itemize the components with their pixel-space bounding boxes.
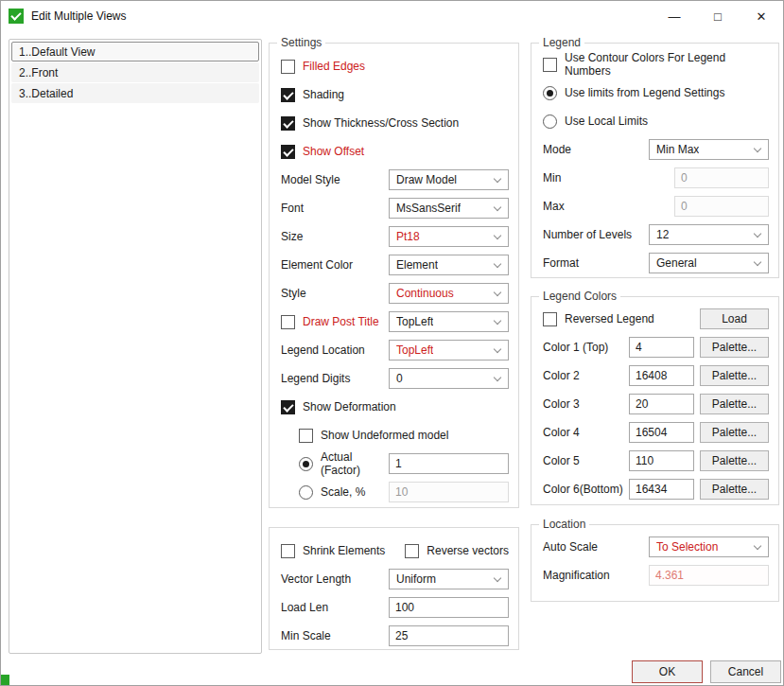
cancel-button[interactable]: Cancel <box>710 660 781 683</box>
palette-button[interactable]: Palette... <box>700 479 769 500</box>
maximize-button[interactable]: □ <box>696 1 740 31</box>
format-value: General <box>656 256 697 270</box>
mode-select[interactable]: Min Max <box>649 139 769 160</box>
format-select[interactable]: General <box>649 253 769 273</box>
ok-button[interactable]: OK <box>632 660 703 683</box>
model-style-value: Draw Model <box>396 173 457 186</box>
draw-post-title-select[interactable]: TopLeft <box>389 311 509 332</box>
color-2-row: Color 2 Palette... <box>543 361 769 390</box>
scale-percent-radio[interactable] <box>299 485 313 500</box>
contour-colors-checkbox[interactable]: Use Contour Colors For Legend Numbers <box>543 51 769 78</box>
checkbox-box-icon <box>281 315 295 329</box>
title-bar: Edit Multiple Views — □ ✕ <box>1 1 783 31</box>
show-offset-checkbox[interactable]: Show Offset <box>281 145 364 159</box>
show-deformation-label: Show Deformation <box>303 400 396 413</box>
color-3-input[interactable] <box>629 394 694 414</box>
local-limits-radio[interactable] <box>543 114 557 129</box>
style-select[interactable]: Continuous <box>389 283 509 304</box>
legend-location-row: Legend Location TopLeft <box>281 336 509 364</box>
legend-digits-select[interactable]: 0 <box>389 368 509 389</box>
minimize-button[interactable]: — <box>653 1 696 31</box>
views-listbox: 1..Default View 2..Front 3..Detailed <box>9 39 262 654</box>
color-1-input[interactable] <box>629 337 694 358</box>
min-row: Min <box>543 164 769 192</box>
load-len-input[interactable] <box>389 597 509 618</box>
window-title: Edit Multiple Views <box>31 9 127 23</box>
checkbox-box-icon <box>299 429 313 443</box>
levels-row: Number of Levels 12 <box>543 220 769 249</box>
palette-button[interactable]: Palette... <box>700 337 769 358</box>
min-input <box>674 167 769 188</box>
reverse-vectors-checkbox[interactable]: Reverse vectors <box>405 544 509 558</box>
color-6-row: Color 6(Bottom) Palette... <box>543 475 769 503</box>
show-deformation-row: Show Deformation <box>281 393 509 421</box>
element-color-label: Element Color <box>281 258 353 272</box>
close-button[interactable]: ✕ <box>740 1 783 31</box>
show-undeformed-checkbox[interactable]: Show Undeformed model <box>299 429 448 443</box>
chevron-down-icon <box>754 230 761 237</box>
auto-scale-select[interactable]: To Selection <box>649 536 769 557</box>
auto-scale-label: Auto Scale <box>543 540 598 554</box>
min-scale-row: Min Scale <box>281 622 509 650</box>
show-undeformed-label: Show Undeformed model <box>321 429 448 442</box>
levels-label: Number of Levels <box>543 228 632 241</box>
legend-digits-value: 0 <box>396 372 403 385</box>
draw-post-title-checkbox[interactable]: Draw Post Title <box>281 315 379 329</box>
palette-button[interactable]: Palette... <box>700 365 769 386</box>
font-select[interactable]: MsSansSerif <box>389 198 509 219</box>
list-item-front[interactable]: 2..Front <box>11 62 259 82</box>
show-offset-row: Show Offset <box>281 137 509 166</box>
palette-button[interactable]: Palette... <box>700 394 769 414</box>
color-5-row: Color 5 Palette... <box>543 447 769 475</box>
color-5-input[interactable] <box>629 450 694 471</box>
model-style-label: Model Style <box>281 173 340 186</box>
legend-digits-label: Legend Digits <box>281 372 350 385</box>
filled-edges-checkbox[interactable]: Filled Edges <box>281 60 365 74</box>
scale-percent-input <box>389 482 509 502</box>
list-item-default-view[interactable]: 1..Default View <box>11 42 259 62</box>
palette-button[interactable]: Palette... <box>700 450 769 471</box>
levels-select[interactable]: 12 <box>649 224 769 245</box>
element-color-select[interactable]: Element <box>389 255 509 275</box>
min-scale-input[interactable] <box>389 625 509 646</box>
model-style-select[interactable]: Draw Model <box>389 169 509 190</box>
levels-value: 12 <box>656 228 669 241</box>
style-row: Style Continuous <box>281 279 509 308</box>
actual-factor-input[interactable] <box>389 453 509 474</box>
color-6-input[interactable] <box>629 479 694 500</box>
font-value: MsSansSerif <box>396 202 461 215</box>
mode-row: Mode Min Max <box>543 135 769 164</box>
local-limits-label: Use Local Limits <box>565 114 648 128</box>
actual-factor-radio[interactable] <box>299 457 313 471</box>
size-select[interactable]: Pt18 <box>389 226 509 247</box>
vector-length-select[interactable]: Uniform <box>389 569 509 589</box>
legend-location-select[interactable]: TopLeft <box>389 340 509 361</box>
magnification-label: Magnification <box>543 569 610 582</box>
chevron-down-icon <box>494 232 501 239</box>
chevron-down-icon <box>494 374 501 381</box>
limits-from-settings-radio[interactable] <box>543 86 557 100</box>
element-color-row: Element Color Element <box>281 251 509 279</box>
load-button[interactable]: Load <box>700 308 769 329</box>
color-4-input[interactable] <box>629 422 694 443</box>
max-row: Max <box>543 192 769 220</box>
checkbox-box-icon <box>543 312 557 326</box>
reverse-vectors-label: Reverse vectors <box>427 544 509 557</box>
legend-colors-group: Legend Colors Reversed Legend Load Color… <box>531 296 779 505</box>
load-len-label: Load Len <box>281 601 328 614</box>
max-label: Max <box>543 200 565 213</box>
checkbox-check-icon <box>281 116 295 131</box>
color-2-input[interactable] <box>629 365 694 386</box>
show-deformation-checkbox[interactable]: Show Deformation <box>281 400 396 414</box>
color-4-row: Color 4 Palette... <box>543 418 769 447</box>
legend-group: Legend Use Contour Colors For Legend Num… <box>531 43 779 278</box>
list-item-detailed[interactable]: 3..Detailed <box>11 83 259 103</box>
chevron-down-icon <box>494 345 501 353</box>
chevron-down-icon <box>494 289 501 296</box>
shrink-elements-checkbox[interactable]: Shrink Elements <box>281 544 385 558</box>
draw-post-title-value: TopLeft <box>396 315 433 328</box>
thickness-checkbox[interactable]: Show Thickness/Cross Section <box>281 116 459 131</box>
shading-checkbox[interactable]: Shading <box>281 88 344 102</box>
reversed-legend-checkbox[interactable]: Reversed Legend <box>543 312 654 326</box>
palette-button[interactable]: Palette... <box>700 422 769 443</box>
